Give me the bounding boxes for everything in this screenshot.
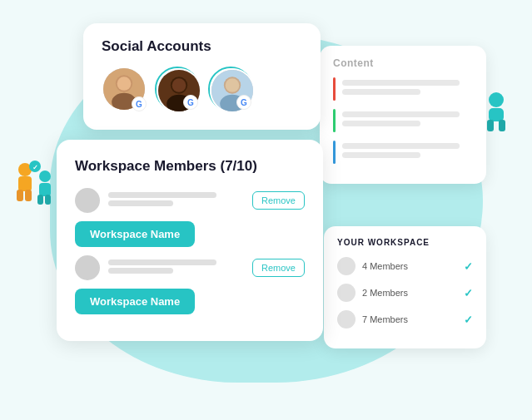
yw-dot-3 bbox=[337, 310, 355, 329]
line-short-3 bbox=[342, 152, 420, 158]
social-accounts-title: Social Accounts bbox=[102, 38, 302, 55]
svg-rect-14 bbox=[17, 190, 23, 201]
member-row-2: Remove bbox=[75, 255, 305, 280]
svg-text:✓: ✓ bbox=[32, 164, 38, 171]
workspace-tag-1[interactable]: Workspace Name bbox=[75, 221, 305, 255]
yw-dot-1 bbox=[337, 257, 355, 275]
content-card: Content bbox=[320, 46, 486, 184]
line-long-1 bbox=[342, 80, 460, 86]
content-line-3 bbox=[333, 141, 473, 164]
svg-rect-25 bbox=[499, 120, 505, 131]
yw-row-2: 2 Members ✓ bbox=[337, 284, 473, 302]
svg-rect-19 bbox=[39, 183, 51, 196]
workspace-members-card: Workspace Members (7/10) Remove Workspac… bbox=[57, 140, 323, 341]
yw-label-1: 4 Members bbox=[362, 261, 464, 271]
remove-button-2[interactable]: Remove bbox=[252, 259, 305, 277]
member-avatar-1 bbox=[75, 188, 100, 213]
content-line-2 bbox=[333, 109, 473, 132]
svg-point-11 bbox=[226, 78, 240, 92]
yw-row-1: 4 Members ✓ bbox=[337, 257, 473, 275]
svg-rect-15 bbox=[25, 190, 32, 201]
svg-point-3 bbox=[117, 77, 132, 91]
content-bar-lines-2 bbox=[342, 111, 473, 130]
google-badge-3: G bbox=[236, 95, 251, 110]
member-avatar-2 bbox=[75, 255, 100, 280]
yw-row-3: 7 Members ✓ bbox=[337, 310, 473, 329]
line-short-2 bbox=[342, 121, 420, 126]
member-info-2 bbox=[108, 259, 252, 276]
member-info-1 bbox=[108, 192, 252, 209]
google-badge-1: G bbox=[132, 96, 147, 111]
member-line-short-2 bbox=[108, 268, 173, 274]
content-bar-lines-3 bbox=[342, 143, 473, 161]
svg-rect-24 bbox=[487, 120, 494, 131]
svg-point-22 bbox=[489, 92, 504, 107]
person-illustration-left: ✓ bbox=[10, 158, 58, 220]
avatar-3: G bbox=[208, 67, 253, 111]
content-line-1 bbox=[333, 77, 473, 101]
social-accounts-card: Social Accounts G bbox=[83, 23, 321, 130]
line-long-2 bbox=[342, 111, 460, 117]
your-workspace-card: YOUR WORKSPACE 4 Members ✓ 2 Members ✓ 7… bbox=[324, 226, 486, 348]
yw-dot-2 bbox=[337, 284, 355, 302]
svg-rect-23 bbox=[489, 108, 504, 121]
remove-button-1[interactable]: Remove bbox=[252, 191, 305, 210]
yw-check-3: ✓ bbox=[464, 314, 473, 326]
svg-rect-13 bbox=[18, 176, 32, 191]
svg-point-18 bbox=[39, 170, 51, 182]
yw-check-1: ✓ bbox=[464, 260, 473, 273]
svg-rect-20 bbox=[37, 195, 43, 205]
member-line-short-1 bbox=[108, 200, 173, 206]
yw-label-3: 7 Members bbox=[362, 314, 464, 324]
person-illustration-right bbox=[479, 90, 514, 133]
line-long-3 bbox=[342, 143, 460, 149]
members-title: Workspace Members (7/10) bbox=[75, 158, 305, 175]
workspace-name-tag-2[interactable]: Workspace Name bbox=[75, 289, 195, 314]
avatar-2: G bbox=[155, 67, 200, 111]
avatar-1: G bbox=[102, 67, 147, 111]
member-line-long-2 bbox=[108, 259, 216, 265]
content-bar-lines-1 bbox=[342, 80, 473, 98]
avatars-container: G G G bbox=[102, 67, 302, 111]
workspace-tag-2[interactable]: Workspace Name bbox=[75, 289, 305, 323]
svg-rect-21 bbox=[45, 195, 51, 205]
your-workspace-title: YOUR WORKSPACE bbox=[337, 238, 473, 247]
accent-bar-red bbox=[333, 77, 336, 101]
accent-bar-green bbox=[333, 109, 336, 132]
member-row-1: Remove bbox=[75, 188, 305, 213]
line-short-1 bbox=[342, 89, 420, 95]
workspace-name-tag-1[interactable]: Workspace Name bbox=[75, 221, 195, 247]
google-badge-2: G bbox=[183, 95, 198, 110]
yw-check-2: ✓ bbox=[464, 287, 473, 299]
accent-bar-blue bbox=[333, 141, 336, 164]
member-line-long-1 bbox=[108, 192, 216, 198]
yw-label-2: 2 Members bbox=[362, 288, 464, 298]
svg-point-7 bbox=[172, 78, 186, 92]
content-card-title: Content bbox=[333, 57, 473, 69]
